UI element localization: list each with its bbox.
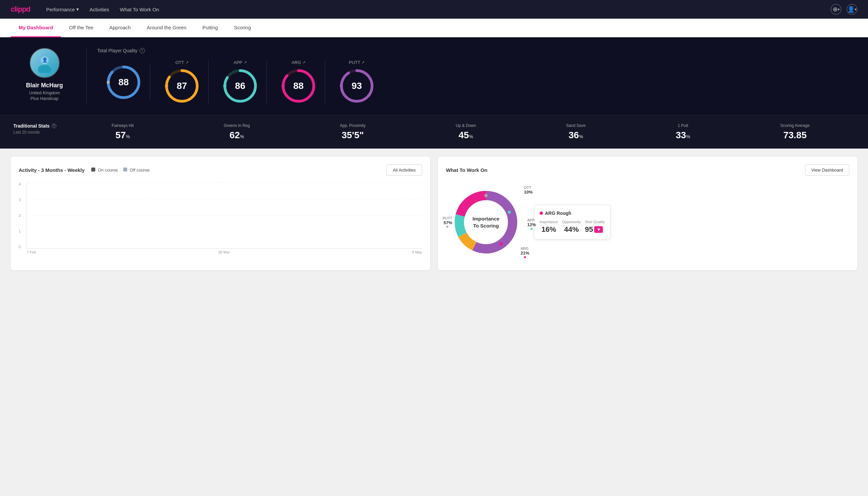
score-total: 88 — [97, 64, 150, 100]
nav-right: ⊕ ▾ 👤 ▾ — [831, 4, 857, 15]
stats-help-icon[interactable]: ? — [52, 124, 56, 128]
svg-point-11 — [223, 84, 226, 88]
shot-quality-metric: Shot Quality 95 ▼ — [585, 220, 605, 234]
circle-total-value: 88 — [118, 77, 129, 88]
svg-point-8 — [165, 84, 168, 88]
player-info: 👤 Blair McHarg United Kingdom Plus Handi… — [13, 48, 86, 104]
tab-scoring[interactable]: Scoring — [226, 19, 259, 37]
app-label: APP 12% — [527, 218, 536, 231]
circle-app: 86 — [222, 68, 258, 104]
donut-chart: Importance To Scoring PUTT 57% OTT 10% — [446, 182, 526, 262]
arg-rough-card: ARG Rough Importance 16% Opportunity 44%… — [534, 205, 611, 239]
stat-fairways: Fairways Hit 57% — [112, 123, 133, 141]
quality-title: Total Player Quality ? — [97, 48, 844, 53]
scores-row: 88 OTT ↗ 87 — [97, 60, 844, 104]
svg-text:👤: 👤 — [42, 57, 48, 63]
arrow-up-icon: ↗ — [302, 60, 305, 65]
logo: clippd — [11, 5, 30, 14]
score-arg: ARG ↗ 88 — [272, 60, 325, 104]
player-handicap: Plus Handicap — [31, 96, 59, 101]
circle-putt: 93 — [338, 68, 375, 104]
svg-point-14 — [282, 84, 285, 88]
stats-items: Fairways Hit 57% Greens In Reg 62% App. … — [67, 123, 855, 141]
player-name: Blair McHarg — [26, 82, 63, 89]
svg-point-25 — [499, 242, 503, 246]
donut-section: Importance To Scoring PUTT 57% OTT 10% — [446, 182, 849, 262]
user-button[interactable]: 👤 ▾ — [847, 4, 857, 15]
chevron-down-icon: ▾ — [76, 6, 79, 12]
grid-lines — [27, 182, 422, 248]
svg-point-17 — [340, 84, 343, 88]
chevron-down-icon: ▾ — [838, 7, 840, 12]
svg-point-23 — [484, 194, 488, 197]
activity-title: Activity - 3 Months - Weekly — [19, 167, 84, 173]
donut-center-text: Importance To Scoring — [473, 215, 500, 229]
tab-putting[interactable]: Putting — [194, 19, 226, 37]
help-icon[interactable]: ? — [140, 48, 145, 53]
top-nav: clippd Performance ▾ Activities What To … — [0, 0, 868, 19]
score-app: APP ↗ 86 — [214, 60, 267, 104]
score-putt: PUTT ↗ 93 — [330, 60, 383, 104]
activity-card-header: Activity - 3 Months - Weekly On course O… — [19, 165, 422, 175]
work-on-title: What To Work On — [446, 167, 487, 173]
tab-my-dashboard[interactable]: My Dashboard — [11, 19, 61, 37]
svg-point-24 — [508, 211, 511, 214]
arrow-up-icon: ↗ — [186, 60, 189, 65]
tab-off-the-tee[interactable]: Off the Tee — [61, 19, 101, 37]
importance-metric: Importance 16% — [540, 220, 558, 234]
off-course-legend-dot — [123, 168, 127, 172]
bottom-section: Activity - 3 Months - Weekly On course O… — [0, 149, 868, 278]
stat-updown: Up & Down 45% — [456, 123, 476, 141]
arrow-up-icon: ↗ — [361, 60, 364, 65]
stat-sandsave: Sand Save 36% — [566, 123, 586, 141]
tab-approach[interactable]: Approach — [101, 19, 139, 37]
work-on-header: What To Work On View Dashboard — [446, 165, 849, 175]
stat-scoring: Scoring Average 73.85 — [780, 123, 810, 141]
score-ott: OTT ↗ 87 — [156, 60, 208, 104]
activity-legend: On course Off course — [91, 168, 149, 173]
work-on-card: What To Work On View Dashboard — [438, 157, 857, 270]
stats-label: Traditional Stats ? Last 20 rounds — [13, 123, 67, 135]
x-axis: 7 Feb 28 Mar 9 May — [27, 249, 422, 254]
putt-label: PUTT 57% — [443, 216, 452, 229]
activity-card: Activity - 3 Months - Weekly On course O… — [11, 157, 430, 270]
circle-ott: 87 — [163, 68, 200, 104]
shot-quality-badge: ▼ — [594, 226, 603, 233]
svg-point-1 — [38, 65, 51, 73]
nav-performance[interactable]: Performance ▾ — [46, 6, 79, 12]
circle-ott-value: 87 — [176, 81, 187, 91]
bar-chart: 4 3 2 1 0 — [19, 182, 422, 255]
circle-arg: 88 — [280, 68, 317, 104]
donut-center: Importance To Scoring — [473, 215, 500, 229]
on-course-legend-dot — [91, 168, 95, 172]
add-button[interactable]: ⊕ ▾ — [831, 4, 841, 15]
circle-app-value: 86 — [235, 81, 245, 91]
circle-total: 88 — [105, 64, 142, 100]
view-dashboard-button[interactable]: View Dashboard — [805, 165, 849, 175]
hero-section: 👤 Blair McHarg United Kingdom Plus Handi… — [0, 37, 868, 115]
plus-icon: ⊕ — [833, 6, 838, 13]
chevron-down-icon: ▾ — [855, 7, 857, 12]
opportunity-metric: Opportunity 44% — [562, 220, 581, 234]
nav-what-to-work-on[interactable]: What To Work On — [120, 7, 159, 12]
red-dot — [540, 212, 543, 215]
stat-gir: Greens In Reg 62% — [224, 123, 250, 141]
arrow-up-icon: ↗ — [244, 60, 247, 65]
ott-label: OTT 10% — [524, 186, 533, 195]
all-activities-button[interactable]: All Activities — [386, 165, 422, 175]
stat-oneputt: 1 Putt 33% — [676, 123, 691, 141]
circle-putt-value: 93 — [351, 81, 362, 91]
player-country: United Kingdom — [29, 90, 60, 95]
tab-bar: My Dashboard Off the Tee Approach Around… — [0, 19, 868, 37]
stats-bar: Traditional Stats ? Last 20 rounds Fairw… — [0, 115, 868, 149]
y-axis: 4 3 2 1 0 — [19, 182, 21, 249]
user-icon: 👤 — [847, 6, 855, 13]
tab-around-the-green[interactable]: Around the Green — [139, 19, 194, 37]
arg-label: ARG 21% — [521, 247, 529, 259]
info-metrics: Importance 16% Opportunity 44% Shot Qual… — [540, 220, 605, 234]
nav-activities[interactable]: Activities — [90, 7, 109, 12]
stat-proximity: App. Proximity 35'5" — [340, 123, 365, 141]
circle-arg-value: 88 — [293, 81, 303, 91]
chart-area — [27, 182, 422, 249]
quality-section: Total Player Quality ? 88 OTT — [86, 48, 855, 104]
